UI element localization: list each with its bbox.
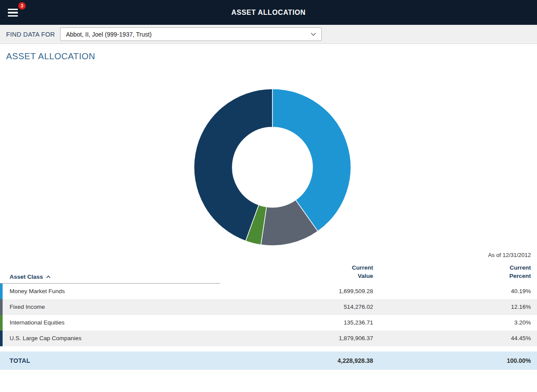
current-value-cell: 135,236.71: [220, 315, 373, 331]
current-percent-cell: 40.19%: [373, 284, 537, 299]
account-select-value: Abbot, II, Joel (999-1937, Trust): [66, 31, 152, 38]
current-value-cell: 1,879,906.37: [220, 331, 373, 346]
top-bar: 3 ASSET ALLOCATION: [0, 0, 537, 25]
hamburger-menu-button[interactable]: 3: [8, 6, 23, 19]
asset-allocation-table: Asset Class Current Value Current Percen…: [0, 261, 537, 370]
current-value-cell: 1,699,509.28: [220, 284, 373, 299]
page-title: ASSET ALLOCATION: [6, 51, 537, 61]
asset-class-cell: Money Market Funds: [0, 284, 220, 299]
total-label: TOTAL: [0, 351, 220, 370]
asset-class-cell: International Equities: [0, 315, 220, 331]
find-data-bar: FIND DATA FOR Abbot, II, Joel (999-1937,…: [0, 25, 537, 44]
asset-class-cell: Fixed Income: [0, 299, 220, 315]
sort-ascending-icon: [46, 275, 51, 278]
table-row[interactable]: Fixed Income 514,276.02 12.16%: [0, 299, 537, 315]
table-header-row: Asset Class Current Value Current Percen…: [0, 261, 537, 284]
current-percent-cell: 44.45%: [373, 331, 537, 346]
app-title: ASSET ALLOCATION: [231, 9, 306, 17]
row-color-marker: [0, 315, 3, 331]
asset-class-header-label: Asset Class: [10, 274, 43, 280]
current-percent-cell: 3.20%: [373, 315, 537, 331]
main-content: ASSET ALLOCATION As of 12/31/2012 Asset …: [0, 51, 537, 370]
row-color-marker: [0, 284, 3, 299]
row-color-marker: [0, 331, 3, 346]
account-select[interactable]: Abbot, II, Joel (999-1937, Trust): [60, 27, 322, 41]
chart-area: [0, 88, 537, 247]
asset-allocation-donut-chart: [193, 88, 352, 247]
current-percent-header[interactable]: Current Percent: [373, 261, 537, 284]
asset-class-cell: U.S. Large Cap Companies: [0, 331, 220, 346]
hamburger-icon: [8, 9, 23, 17]
asset-class-header[interactable]: Asset Class: [0, 261, 220, 284]
table-row[interactable]: International Equities 135,236.71 3.20%: [0, 315, 537, 331]
current-value-header[interactable]: Current Value: [220, 261, 373, 284]
chevron-down-icon: [311, 33, 316, 36]
current-value-cell: 514,276.02: [220, 299, 373, 315]
as-of-date: As of 12/31/2012: [0, 252, 531, 258]
total-value: 4,228,928.38: [220, 351, 373, 370]
current-percent-cell: 12.16%: [373, 299, 537, 315]
find-data-label: FIND DATA FOR: [6, 31, 55, 38]
table-row[interactable]: U.S. Large Cap Companies 1,879,906.37 44…: [0, 331, 537, 346]
total-percent: 100.00%: [373, 351, 537, 370]
table-row[interactable]: Money Market Funds 1,699,509.28 40.19%: [0, 284, 537, 299]
table-total-row: TOTAL 4,228,928.38 100.00%: [0, 351, 537, 370]
notification-badge: 3: [18, 2, 26, 10]
row-color-marker: [0, 299, 3, 315]
